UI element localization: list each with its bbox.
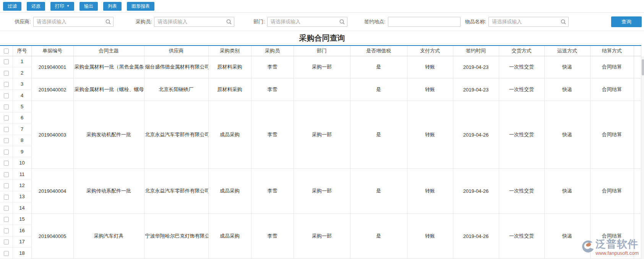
subject-link[interactable]: 采购金属材料一批（螺栓、螺母） <box>73 78 144 101</box>
list-view-button[interactable]: 列表 <box>103 2 122 11</box>
filler-cell <box>634 56 641 78</box>
row-checkbox-cell <box>0 213 13 225</box>
payment-cell: 转账 <box>407 101 453 169</box>
vat-cell: 是 <box>350 78 407 101</box>
signing-location-filter-input[interactable] <box>388 17 461 27</box>
supplier-link[interactable]: 宁波华翔哈尔巴克灯饰有限公 <box>144 213 208 259</box>
row-checkbox-cell <box>0 236 13 247</box>
serial-number: 11 <box>13 168 31 179</box>
serial-number: 4 <box>13 90 31 101</box>
doc-no-link[interactable]: 2019040004 <box>31 168 73 213</box>
doc-no-link[interactable]: 2019040003 <box>31 101 73 169</box>
doc-no-link[interactable]: 2019040005 <box>31 213 73 259</box>
transport-cell: 快递 <box>544 56 590 78</box>
row-checkbox[interactable] <box>4 161 9 166</box>
department-filter-label: 部门: <box>253 18 265 25</box>
filler-cell <box>634 213 641 259</box>
list-view-button-label: 列表 <box>108 3 117 10</box>
row-checkbox[interactable] <box>4 138 9 143</box>
doc-no-link[interactable]: 2019040002 <box>31 78 73 101</box>
doc-no-link[interactable]: 2019040001 <box>31 56 73 78</box>
export-button[interactable]: 输出 <box>79 2 98 11</box>
row-checkbox-cell <box>0 101 13 112</box>
supplier-link[interactable]: 北京永益汽车零部件有限公司 <box>144 101 208 169</box>
row-checkbox[interactable] <box>4 195 9 200</box>
row-checkbox[interactable] <box>4 172 9 177</box>
department-cell <box>294 78 350 101</box>
col-header-sign-date: 签约时间 <box>453 46 499 56</box>
query-button[interactable]: 查询 <box>611 16 642 27</box>
select-all-checkbox[interactable] <box>4 49 9 54</box>
department-filter-input[interactable] <box>267 17 347 27</box>
serial-number: 6 <box>13 112 31 123</box>
col-header-department: 部门 <box>294 46 350 56</box>
col-header-category: 采购类别 <box>208 46 251 56</box>
row-checkbox-cell <box>0 180 13 191</box>
col-header-settlement: 结算方式 <box>590 46 634 56</box>
subject-link[interactable]: 采购汽车灯具 <box>73 213 144 259</box>
filter-button-label: 过滤 <box>8 3 17 10</box>
supplier-link[interactable]: 北京长阳钢铁厂 <box>144 78 208 101</box>
row-checkbox[interactable] <box>4 127 9 132</box>
category-cell: 成品采购 <box>208 168 251 213</box>
filter-button[interactable]: 过滤 <box>3 2 21 11</box>
page-title: 采购合同查询 <box>299 33 345 43</box>
row-checkbox[interactable] <box>4 228 9 233</box>
department-cell: 采购一部 <box>294 101 350 169</box>
restore-button-label: 还原 <box>31 3 41 10</box>
export-button-label: 输出 <box>84 3 93 10</box>
row-checkbox[interactable] <box>4 239 9 244</box>
row-checkbox[interactable] <box>4 150 9 155</box>
row-checkbox[interactable] <box>4 206 9 211</box>
subject-link[interactable]: 采购发动机配件一批 <box>73 101 144 169</box>
category-cell: 成品采购 <box>208 101 251 169</box>
signing-location-filter-label: 签约地点: <box>364 18 386 25</box>
table-sub-row: 112019040004采购传动系配件一批北京永益汽车零部件有限公司成品采购李雪… <box>0 168 641 179</box>
item-name-filter-input[interactable] <box>488 17 569 27</box>
search-icon[interactable] <box>560 19 566 25</box>
buyer-link[interactable]: 李雪 <box>251 168 294 213</box>
row-checkbox-cell <box>0 157 13 168</box>
serial-number: 17 <box>13 236 31 247</box>
row-checkbox[interactable] <box>4 59 9 64</box>
row-checkbox[interactable] <box>4 251 9 256</box>
buyer-link[interactable]: 李雪 <box>251 213 294 259</box>
transport-cell: 快递 <box>544 78 590 101</box>
department-cell: 采购一部 <box>294 168 350 213</box>
row-checkbox[interactable] <box>4 217 9 222</box>
contract-table-body: 12019040001采购金属材料一批（黑色金属条、烟台盛伟德金属材料有限公司原… <box>0 56 641 259</box>
table-sub-row: 12019040001采购金属材料一批（黑色金属条、烟台盛伟德金属材料有限公司原… <box>0 56 641 67</box>
print-button[interactable]: 打印▼ <box>50 2 74 11</box>
subject-link[interactable]: 采购金属材料一批（黑色金属条、 <box>73 56 144 78</box>
serial-number: 12 <box>13 180 31 191</box>
item-name-filter-group: 物品名称: <box>465 17 569 27</box>
serial-number: 1 <box>13 56 31 67</box>
sign-date-cell: 2019-04-23 <box>453 56 499 78</box>
contract-table: 序号 单据编号 合同主题 供应商 采购类别 采购员 部门 是否增值税 支付方式 … <box>0 45 641 259</box>
supplier-link[interactable]: 烟台盛伟德金属材料有限公司 <box>144 56 208 78</box>
scrollbar-thumb[interactable] <box>642 59 644 75</box>
row-checkbox[interactable] <box>4 71 9 76</box>
row-checkbox[interactable] <box>4 116 9 121</box>
restore-button[interactable]: 还原 <box>27 2 45 11</box>
buyer-filter-input[interactable] <box>154 17 234 27</box>
buyer-link[interactable]: 李雪 <box>251 101 294 169</box>
row-checkbox[interactable] <box>4 93 9 98</box>
row-checkbox[interactable] <box>4 183 9 188</box>
supplier-filter-input[interactable] <box>33 17 114 27</box>
serial-number: 14 <box>13 202 31 213</box>
row-checkbox[interactable] <box>4 82 9 87</box>
chart-report-button[interactable]: 图形报表 <box>127 2 154 11</box>
buyer-link[interactable]: 李雪 <box>251 78 294 101</box>
search-icon[interactable] <box>339 19 345 25</box>
row-checkbox[interactable] <box>4 104 9 109</box>
subject-link[interactable]: 采购传动系配件一批 <box>73 168 144 213</box>
search-icon[interactable] <box>105 19 111 25</box>
search-icon[interactable] <box>226 19 232 25</box>
buyer-link[interactable]: 李雪 <box>251 56 294 78</box>
vertical-scrollbar[interactable] <box>641 56 644 259</box>
select-all-cell <box>0 46 13 56</box>
serial-number: 9 <box>13 146 31 157</box>
row-checkbox-cell <box>0 112 13 123</box>
supplier-link[interactable]: 北京永益汽车零部件有限公司 <box>144 168 208 213</box>
